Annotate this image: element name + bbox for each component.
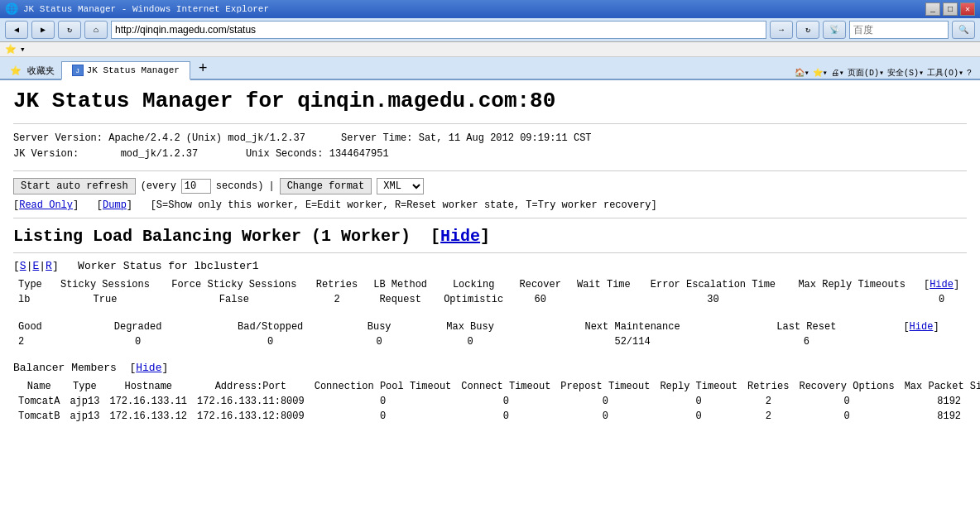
- refresh-button[interactable]: ↻: [58, 21, 81, 39]
- members-cell-1-10: 8192: [900, 409, 980, 424]
- col-max-busy: Max Busy: [413, 319, 528, 334]
- search-submit-button[interactable]: 🔍: [952, 21, 975, 39]
- members-cell-0-4: 0: [310, 394, 457, 409]
- col-good: Good: [13, 319, 80, 334]
- section-hide-link[interactable]: Hide: [440, 227, 480, 246]
- server-version-row: Server Version: Apache/2.4.2 (Unix) mod_…: [13, 131, 967, 146]
- divider-3: [13, 218, 967, 218]
- members-title-text: Balancer Members: [13, 362, 117, 374]
- back-button[interactable]: ◀: [5, 21, 28, 39]
- cell-degraded: 0: [80, 334, 195, 349]
- divider-4: [13, 252, 967, 253]
- search-input[interactable]: [849, 21, 949, 39]
- ie-icon: 🌐: [5, 2, 18, 16]
- members-cell-1-3: 172.16.133.12:8009: [192, 409, 310, 424]
- members-cell-0-10: 8192: [900, 394, 980, 409]
- col-sticky-sessions: Sticky Sessions: [50, 277, 160, 292]
- minimize-button[interactable]: _: [925, 2, 940, 16]
- dump-link[interactable]: Dump: [103, 199, 127, 211]
- cell-bad-stopped: 0: [195, 334, 346, 349]
- read-only-link[interactable]: Read Only: [19, 199, 73, 211]
- col-retries: Retries: [309, 277, 366, 292]
- change-format-button[interactable]: Change format: [280, 178, 372, 194]
- cell-retries: 2: [309, 292, 366, 307]
- server-version-label: Server Version:: [13, 132, 103, 144]
- col-lb-method: LB Method: [365, 277, 435, 292]
- browser-tools-btn-2[interactable]: ⭐▾: [813, 68, 828, 78]
- divider-2: [13, 170, 967, 171]
- browser-tools-btn-4[interactable]: 页面(D)▾: [848, 67, 884, 79]
- members-cell-1-1: ajp13: [65, 409, 104, 424]
- browser-tools-btn-6[interactable]: 工具(O)▾: [927, 67, 963, 79]
- jk-version-label: JK Version:: [13, 148, 79, 160]
- browser-tools-btn-3[interactable]: 🖨▾: [831, 68, 844, 78]
- home-button[interactable]: ⌂: [84, 21, 108, 39]
- members-cell-0-7: 0: [655, 394, 742, 409]
- favorites-icon: ⭐ 收藏夹: [5, 63, 60, 79]
- col-force-sticky: Force Sticky Sessions: [160, 277, 309, 292]
- col-max-reply: Max Reply Timeouts: [787, 277, 916, 292]
- toolbar-btn-1: ▾: [20, 44, 26, 55]
- page-title: JK Status Manager for qinqin.magedu.com:…: [13, 89, 967, 113]
- members-cell-1-8: 2: [742, 409, 794, 424]
- section-title: Listing Load Balancing Worker (1 Worker)…: [13, 227, 967, 246]
- browser-help-btn[interactable]: ?: [967, 69, 972, 78]
- worker-main-hide-link[interactable]: Hide: [930, 279, 954, 290]
- controls-row: Start auto refresh (every seconds) | Cha…: [13, 178, 967, 194]
- title-bar-left: 🌐 JK Status Manager - Windows Internet E…: [5, 2, 269, 16]
- cell-recover: 60: [512, 292, 569, 307]
- restore-button[interactable]: □: [943, 2, 958, 16]
- members-col-name: Name: [13, 379, 65, 394]
- worker-state-hide-link[interactable]: Hide: [910, 321, 934, 333]
- col-locking: Locking: [435, 277, 512, 292]
- close-button[interactable]: ✕: [960, 2, 975, 16]
- main-content: JK Status Manager for qinqin.magedu.com:…: [0, 80, 980, 432]
- auto-refresh-button[interactable]: Start auto refresh: [13, 178, 136, 194]
- section-title-text: Listing Load Balancing Worker (1 Worker): [13, 227, 411, 246]
- members-cell-0-6: 0: [555, 394, 655, 409]
- col-recover: Recover: [512, 277, 569, 292]
- cell-next-maintenance: 52/114: [527, 334, 737, 349]
- cell-sticky: True: [50, 292, 160, 307]
- server-version-value: Apache/2.4.2 (Unix) mod_jk/1.2.37: [108, 132, 305, 144]
- refresh-interval-input[interactable]: [181, 179, 211, 194]
- window-title: JK Status Manager - Windows Internet Exp…: [23, 4, 269, 14]
- col-error-escalation: Error Escalation Time: [639, 277, 788, 292]
- worker-r-link[interactable]: R: [46, 260, 52, 272]
- col-hide-action: [Hide]: [916, 277, 967, 292]
- members-col-prepost-timeout: Prepost Timeout: [555, 379, 655, 394]
- members-cell-0-8: 2: [742, 394, 794, 409]
- new-tab-button[interactable]: +: [192, 59, 214, 79]
- pipe-separator: |: [268, 180, 274, 192]
- unix-seconds-label: Unix Seconds:: [246, 148, 324, 160]
- members-cell-0-3: 172.16.133.11:8009: [192, 394, 310, 409]
- browser-tools-btn-1[interactable]: 🏠▾: [795, 68, 809, 78]
- tab-jk-status[interactable]: J JK Status Manager: [61, 61, 190, 80]
- worker-title-row: [S|E|R] Worker Status for lbcluster1: [13, 260, 967, 272]
- rss-button[interactable]: 📡: [823, 21, 846, 39]
- seconds-label: seconds): [216, 180, 264, 192]
- divider-1: [13, 123, 967, 124]
- members-cell-1-0: TomcatB: [13, 409, 65, 424]
- tab-bar: ⭐ 收藏夹 J JK Status Manager + 🏠▾ ⭐▾ 🖨▾ 页面(…: [0, 57, 980, 80]
- members-hide-link[interactable]: Hide: [136, 362, 161, 374]
- go-button[interactable]: →: [770, 21, 793, 39]
- url-input[interactable]: [111, 21, 766, 39]
- members-cell-0-0: TomcatA: [13, 394, 65, 409]
- col-last-reset: Last Reset: [737, 319, 876, 334]
- worker-state-table: Good Degraded Bad/Stopped Busy Max Busy …: [13, 319, 967, 349]
- search-refresh-button[interactable]: ↻: [796, 21, 819, 39]
- col-next-maintenance: Next Maintenance: [527, 319, 737, 334]
- members-col-retries: Retries: [742, 379, 794, 394]
- format-select[interactable]: XML JSON TXT HTML PROP: [377, 178, 424, 194]
- members-table: Name Type Hostname Address:Port Connecti…: [13, 379, 980, 424]
- forward-button[interactable]: ▶: [31, 21, 55, 39]
- title-bar: 🌐 JK Status Manager - Windows Internet E…: [0, 0, 980, 18]
- browser-tools-btn-5[interactable]: 安全(S)▾: [887, 67, 924, 79]
- members-cell-1-5: 0: [456, 409, 555, 424]
- members-col-type: Type: [65, 379, 104, 394]
- title-bar-buttons[interactable]: _ □ ✕: [925, 2, 975, 16]
- worker-s-link[interactable]: S: [20, 260, 26, 272]
- worker-e-link[interactable]: E: [32, 260, 39, 272]
- cell-state-hide-empty: [876, 334, 967, 349]
